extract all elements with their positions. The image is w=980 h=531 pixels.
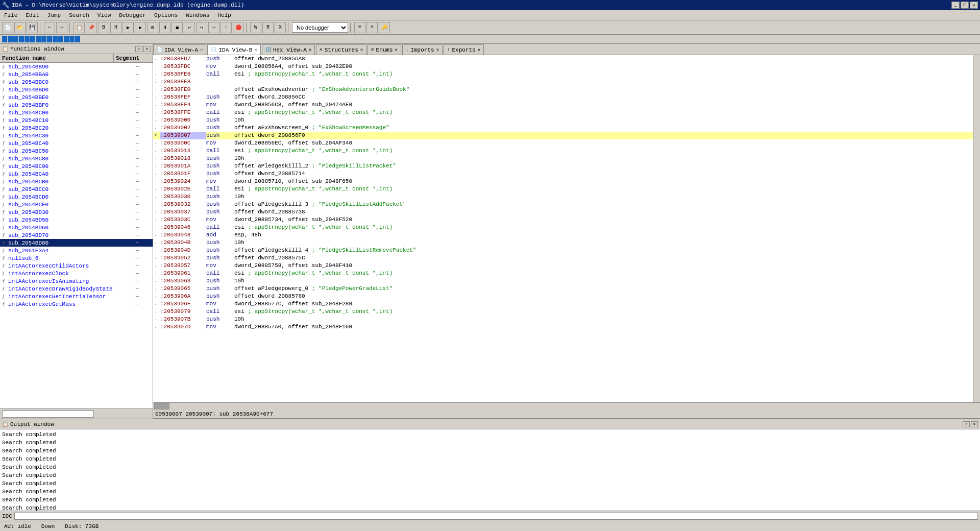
tab-exports-close[interactable]: ✕ [478, 47, 480, 53]
function-list-item[interactable]: ƒ sub_2061E3A4 — [0, 247, 153, 254]
toolbar-debug5[interactable]: ↪ [196, 22, 207, 33]
tab-ida-b-close[interactable]: ✕ [254, 47, 257, 53]
function-list-item[interactable]: ƒ sub_2054BC90 — [0, 162, 153, 170]
menu-view[interactable]: View [95, 11, 113, 19]
asm-row[interactable]: . :2053902E call esi ; appStrncpy(wchar_… [153, 185, 973, 193]
function-list-item[interactable]: ƒ sub_2054BD80 — [0, 239, 153, 247]
function-list-item[interactable]: ƒ sub_2054BD70 — [0, 231, 153, 239]
asm-row[interactable]: . :20538FEF push offset dword_208856CC [153, 93, 973, 101]
function-list-item[interactable]: ƒ sub_2054BB90 — [0, 63, 153, 70]
toolbar-extra3[interactable]: 🔑 [379, 22, 390, 33]
function-list-item[interactable]: ƒ sub_2054BC50 — [0, 147, 153, 155]
toolbar-extra1[interactable]: ≡ [354, 22, 365, 33]
menu-help[interactable]: Help [215, 11, 233, 19]
toolbar-copy[interactable]: 📋 [74, 22, 85, 33]
idc-input[interactable] [14, 513, 978, 520]
output-float-btn[interactable]: ↗ [963, 421, 970, 427]
tab-enums-close[interactable]: ✕ [395, 47, 398, 53]
asm-row[interactable]: . :20538FD7 push offset dword_208856A8 [153, 55, 973, 63]
function-list-item[interactable]: ƒ sub_2054BC80 — [0, 155, 153, 162]
function-list-item[interactable]: ƒ sub_2054BCB0 — [0, 178, 153, 185]
function-list-item[interactable]: ƒ intAActorexecClock — [0, 270, 153, 277]
function-list-item[interactable]: ƒ sub_2054BC30 — [0, 132, 153, 139]
asm-row[interactable]: . :20539052 push offset dword_2088575C [153, 254, 973, 262]
asm-row[interactable]: . :20539057 mov dword_20885758, offset s… [153, 262, 973, 270]
function-list-item[interactable]: ƒ sub_2054BBF0 — [0, 101, 153, 109]
function-list-item[interactable]: ƒ intAActorexecGetMass — [0, 300, 153, 308]
asm-row[interactable]: . :2053906F mov dword_2088577C, offset s… [153, 300, 973, 308]
function-list-item[interactable]: ƒ sub_2054BBE0 — [0, 93, 153, 101]
function-list-item[interactable]: ƒ sub_2054BC00 — [0, 109, 153, 116]
function-list-item[interactable]: ƒ sub_2054BBA0 — [0, 70, 153, 78]
asm-row[interactable]: . :20539079 call esi ; appStrncpy(wchar_… [153, 308, 973, 316]
asm-row[interactable]: . :20539016 call esi ; appStrncpy(wchar_… [153, 147, 973, 155]
toolbar-break[interactable]: 🔴 [233, 22, 244, 33]
function-list-item[interactable]: ƒ sub_2054BBD0 — [0, 86, 153, 93]
toolbar-step[interactable]: → [208, 22, 219, 33]
toolbar-extra2[interactable]: ≡ [366, 22, 378, 33]
tab-imports[interactable]: ↓ Imports ✕ [402, 44, 443, 55]
tab-imports-close[interactable]: ✕ [436, 47, 439, 53]
output-close-btn[interactable]: ✕ [971, 421, 978, 427]
function-list-item[interactable]: ƒ sub_2054BCC0 — [0, 185, 153, 193]
menu-edit[interactable]: Edit [23, 11, 41, 19]
menu-debugger[interactable]: Debugger [117, 11, 148, 19]
tab-exports[interactable]: ↑ Exports ✕ [444, 44, 484, 55]
asm-row[interactable]: . :20538FE6 call esi ; appStrncpy(wchar_… [153, 70, 973, 78]
asm-row[interactable]: . :2053906A push offset dword_20885780 [153, 293, 973, 300]
asm-row[interactable]: . :2053901A push offset aPledgeskilll_2 … [153, 162, 973, 170]
asm-row[interactable]: . :20538FE8 [153, 78, 973, 86]
toolbar-watch3[interactable]: X [275, 22, 286, 33]
function-list-item[interactable]: ƒ sub_2054BC40 — [0, 139, 153, 147]
functions-list[interactable]: ƒ sub_2054BB90 — ƒ sub_2054BBA0 — ƒ sub_… [0, 63, 153, 408]
toolbar-debug1[interactable]: ⚙ [147, 22, 158, 33]
functions-search[interactable] [2, 411, 94, 418]
asm-hscrollbar[interactable] [153, 402, 980, 409]
toolbar-watch2[interactable]: R [262, 22, 274, 33]
asm-row[interactable]: . :20538FFE call esi ; appStrncpy(wchar_… [153, 109, 973, 116]
asm-row[interactable]: . :2053907D mov dword_208857A0, offset s… [153, 323, 973, 331]
toolbar-bin1[interactable]: B [98, 22, 109, 33]
function-list-item[interactable]: ƒ sub_2054BCD0 — [0, 193, 153, 201]
toolbar-bin2[interactable]: H [110, 22, 121, 33]
toolbar-paste[interactable]: 📌 [86, 22, 97, 33]
asm-row[interactable]: . :20539048 add esp, 48h [153, 231, 973, 239]
asm-row[interactable]: . :20539018 push 10h [153, 155, 973, 162]
function-list-item[interactable]: ƒ sub_2054BC20 — [0, 124, 153, 132]
function-list-item[interactable]: ƒ nullsub_6 — [0, 254, 153, 262]
function-list-item[interactable]: ƒ intAActorexecGetInertiaTensor — [0, 293, 153, 300]
toolbar-debug4[interactable]: ↩ [184, 22, 195, 33]
toolbar-forward[interactable]: → [56, 22, 67, 33]
asm-row[interactable]: . :20539065 push offset aPledgepowerg_0 … [153, 285, 973, 293]
menu-windows[interactable]: Windows [184, 11, 211, 19]
function-list-item[interactable]: ƒ sub_2054BBC0 — [0, 78, 153, 86]
asm-row[interactable]: . :20538FE0 offset aExshowadventur ; "Ex… [153, 86, 973, 93]
function-list-item[interactable]: ƒ intAActorexecDrawRigidBodyState — [0, 285, 153, 293]
asm-row[interactable]: . :20539063 push 10h [153, 277, 973, 285]
asm-row[interactable]: . :2053904D push offset aPledgeskilll_4 … [153, 247, 973, 254]
assembly-view[interactable]: . :20538FD7 push offset dword_208856A8 .… [153, 55, 973, 402]
function-list-item[interactable]: ƒ intAActorexecChildActors — [0, 262, 153, 270]
asm-row[interactable]: . :2053901F push offset dword_20885714 [153, 170, 973, 178]
toolbar-save[interactable]: 💾 [27, 22, 38, 33]
asm-row[interactable]: . :20539024 mov dword_20885710, offset s… [153, 178, 973, 185]
asm-row[interactable]: . :20539000 push 10h [153, 116, 973, 124]
debugger-dropdown[interactable]: No debugger [292, 22, 348, 33]
asm-row[interactable]: . :20539030 push 10h [153, 193, 973, 201]
asm-row[interactable]: . :20539032 push offset aPledgeskilll_3 … [153, 201, 973, 208]
toolbar-open[interactable]: 📂 [14, 22, 26, 33]
function-list-item[interactable]: ƒ sub_2054BD50 — [0, 216, 153, 224]
function-list-item[interactable]: ƒ sub_2054BC10 — [0, 116, 153, 124]
asm-row[interactable]: . :20538FDC mov dword_208856A4, offset s… [153, 63, 973, 70]
menu-search[interactable]: Search [67, 11, 91, 19]
asm-row[interactable]: . :2053904B push 10h [153, 239, 973, 247]
toolbar-bin3[interactable]: ▶ [122, 22, 134, 33]
tab-enums[interactable]: E Enums ✕ [368, 44, 401, 55]
asm-row[interactable]: . :2053900C mov dword_208856EC, offset s… [153, 139, 973, 147]
tab-ida-view-b[interactable]: 📄 IDA View-B ✕ [207, 44, 260, 55]
tab-structures[interactable]: A Structures ✕ [316, 44, 366, 55]
functions-panel-float[interactable]: ↗ [135, 46, 142, 52]
menu-file[interactable]: File [2, 11, 19, 19]
toolbar-new[interactable]: 📄 [2, 22, 13, 33]
function-list-item[interactable]: ƒ sub_2054BD60 — [0, 224, 153, 231]
